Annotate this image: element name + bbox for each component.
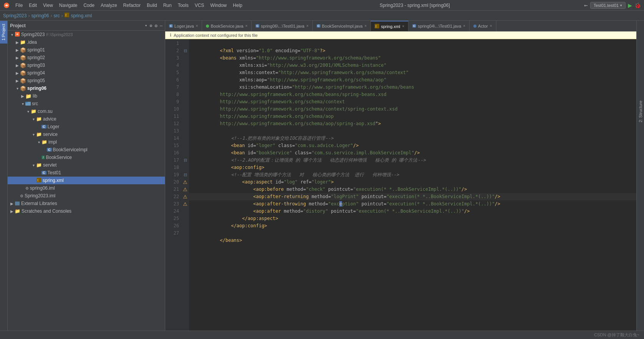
arrow-idea: ▶ (15, 40, 20, 45)
tab-loger[interactable]: C Loger.java × (165, 21, 202, 31)
tab-close-test01s6[interactable]: × (306, 24, 309, 28)
tree-item-lib[interactable]: ▶ 📁 lib (8, 92, 165, 100)
project-tree: ▾ Spring2023 F:\Spring2023 ▶ 📁 .idea ▶ 📦… (8, 31, 165, 331)
run-button[interactable]: ▶ (628, 1, 632, 9)
menu-window[interactable]: Window (207, 2, 230, 9)
tab-icon-loger: C (169, 24, 173, 28)
tab-close-springxml[interactable]: × (402, 24, 405, 28)
info-message: Application context not configured for t… (174, 33, 257, 38)
arrow-comsu: ▾ (25, 109, 31, 114)
tree-item-spring05[interactable]: ▶ 📦 spring05 (8, 77, 165, 84)
tab-close-bookservice[interactable]: × (245, 24, 247, 28)
tree-item-idea[interactable]: ▶ 📁 .idea (8, 38, 165, 46)
arrow-src: ▾ (20, 102, 25, 106)
tree-item-src[interactable]: ▾ src (8, 100, 165, 107)
breadcrumb-sep-3: › (61, 13, 63, 18)
folder-icon-spring01: 📦 (20, 47, 26, 53)
tree-item-service[interactable]: ▾ 📁 service (8, 131, 165, 138)
menu-navigate[interactable]: Navigate (56, 2, 80, 9)
tree-item-spring06[interactable]: ▾ 📦 spring06 (8, 84, 165, 92)
breadcrumb-icon: X (64, 12, 70, 19)
tab-icon-test01s6: C (256, 24, 259, 28)
code-line-27: </beans> (189, 230, 636, 237)
menu-run[interactable]: Run (160, 2, 175, 9)
menu-code[interactable]: Code (80, 2, 98, 9)
gutter-warn-21[interactable]: ⚠ (181, 186, 189, 193)
tree-item-scratches[interactable]: ▶ 📁 Scratches and Consoles (8, 207, 165, 215)
tab-bookserviceimpl[interactable]: C BookServiceImpl.java × (313, 21, 371, 31)
vertical-tab-structure[interactable]: 2: Structure (637, 98, 644, 126)
tree-label-springxml: spring.xml (43, 178, 64, 183)
tab-close-actor[interactable]: × (490, 24, 492, 28)
arrow-spring01: ▶ (15, 48, 20, 52)
menu-edit[interactable]: Edit (26, 2, 40, 9)
svg-text:X: X (375, 25, 377, 28)
tree-item-bookserviceimpl[interactable]: C BookServiceImpl (8, 146, 165, 154)
nav-back-icon[interactable]: ← (584, 2, 588, 9)
tree-item-spring2023[interactable]: ▾ Spring2023 F:\Spring2023 (8, 31, 165, 38)
menu-refactor[interactable]: Refactor (120, 2, 144, 9)
tab-icon-springxml: X (375, 24, 379, 29)
gutter-warn-22[interactable]: ⚠ (181, 193, 189, 200)
vertical-tab-project[interactable]: 1:Project (0, 21, 7, 43)
tree-item-advice[interactable]: ▾ 📁 advice (8, 115, 165, 123)
tab-test01-spring04[interactable]: C spring04\...\Test01.java × (408, 21, 470, 31)
sidebar-settings-icon[interactable]: ⚙ (155, 23, 158, 28)
menu-tools[interactable]: Tools (175, 2, 192, 9)
breadcrumb-file[interactable]: spring.xml (71, 13, 92, 18)
tree-label-idea: .idea (27, 40, 37, 45)
tab-bookservice[interactable]: BookService.java × (202, 21, 252, 31)
tab-actor[interactable]: Actor × (470, 21, 496, 31)
menu-build[interactable]: Build (144, 2, 160, 9)
folder-icon-impl: 📁 (41, 139, 47, 145)
menu-help[interactable]: Help (230, 2, 246, 9)
tree-item-servlet[interactable]: ▾ 📁 servlet (8, 161, 165, 169)
tree-item-spring2023iml[interactable]: ⚙ Spring2023.iml (8, 192, 165, 200)
menu-view[interactable]: View (40, 2, 56, 9)
tree-item-loger[interactable]: C Loger (8, 123, 165, 131)
tree-item-spring06iml[interactable]: ⚙ spring06.iml (8, 184, 165, 192)
tab-close-loger[interactable]: × (196, 24, 198, 28)
arrow-spring03: ▶ (15, 63, 20, 68)
sidebar-dropdown-icon[interactable]: ▾ (145, 23, 148, 28)
tree-item-springxml[interactable]: X spring.xml (8, 177, 165, 184)
tab-close-test01s4[interactable]: × (463, 24, 465, 28)
debug-button[interactable]: 🐞 (634, 2, 641, 8)
sidebar-locate-icon[interactable]: ⊕ (149, 23, 152, 28)
run-config-selector[interactable]: Test01.test01 ▾ (590, 2, 626, 9)
arrow-spring04: ▶ (15, 71, 20, 75)
menu-vcs[interactable]: VCS (192, 2, 207, 9)
menu-analyze[interactable]: Analyze (98, 2, 120, 9)
tab-test01-spring06[interactable]: C spring06\...\Test01.java × (252, 21, 313, 31)
sidebar-minimize-icon[interactable]: — (160, 23, 163, 28)
tab-close-bsi[interactable]: × (365, 24, 367, 28)
arrow-spring02: ▶ (15, 56, 20, 60)
menu-file[interactable]: File (12, 2, 26, 9)
tree-item-bookservice[interactable]: I BookService (8, 154, 165, 161)
gutter-warn-23[interactable]: ⚠ (181, 200, 189, 208)
tree-item-comsu[interactable]: ▾ 📁 com.su (8, 107, 165, 115)
tree-item-spring03[interactable]: ▶ 📦 spring03 (8, 61, 165, 69)
svg-rect-9 (15, 202, 17, 203)
folder-icon-src (25, 101, 31, 107)
info-bar: ℹ Application context not configured for… (165, 31, 636, 39)
tab-springxml[interactable]: X spring.xml × (371, 21, 408, 31)
gutter-warn-20[interactable]: ⚠ (181, 179, 189, 186)
code-line-1: <?xml version="1.0" encoding="UTF-8"?> (189, 40, 636, 47)
svg-text:X: X (37, 179, 39, 182)
tree-item-extlibs[interactable]: ▶ External Libraries (8, 200, 165, 207)
tree-item-spring01[interactable]: ▶ 📦 spring01 (8, 46, 165, 54)
code-editor[interactable]: <?xml version="1.0" encoding="UTF-8"?> <… (189, 39, 636, 331)
info-icon: ℹ (170, 33, 171, 38)
tab-label-test01-spring04: spring04\...\Test01.java (418, 24, 461, 28)
breadcrumb-spring06[interactable]: spring06 (31, 13, 49, 18)
tree-item-impl[interactable]: ▾ 📁 impl (8, 138, 165, 146)
tree-label-bookserviceimpl: BookServiceImpl (53, 147, 88, 152)
tree-item-spring02[interactable]: ▶ 📦 spring02 (8, 54, 165, 61)
tree-item-test01[interactable]: C Test01 (8, 169, 165, 177)
tree-label-spring04: spring04 (27, 70, 45, 76)
breadcrumb-spring2023[interactable]: Spring2023 (3, 13, 27, 18)
tree-item-spring04[interactable]: ▶ 📦 spring04 (8, 69, 165, 77)
arrow-advice: ▾ (31, 117, 36, 121)
breadcrumb-src[interactable]: src (53, 13, 60, 18)
